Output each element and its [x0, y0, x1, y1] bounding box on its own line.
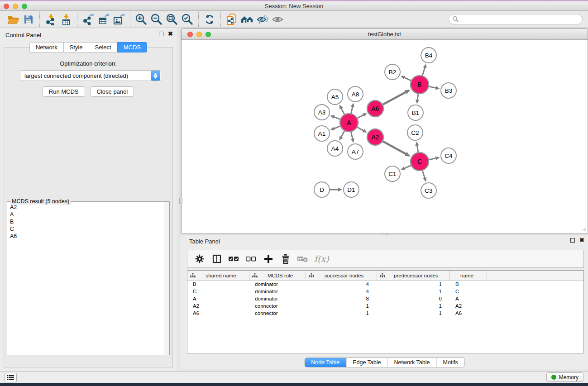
edge-C-C3[interactable]: [422, 171, 425, 178]
edge-B-B3[interactable]: [429, 86, 436, 88]
resize-grip-icon[interactable]: [581, 226, 587, 232]
show-all-icon[interactable]: [270, 13, 286, 26]
search-input[interactable]: [459, 16, 579, 23]
memory-button[interactable]: Memory: [546, 372, 583, 382]
delete-icon[interactable]: [277, 252, 294, 266]
column-header-shared-name[interactable]: shared name: [187, 271, 249, 280]
graph-node-B[interactable]: B: [411, 76, 429, 94]
export-table-icon[interactable]: [96, 13, 111, 26]
table-row[interactable]: Adominator80A: [187, 295, 583, 302]
add-icon[interactable]: [260, 252, 277, 266]
save-session-icon[interactable]: [21, 13, 36, 26]
edge-A6-B[interactable]: [383, 92, 406, 105]
table-row[interactable]: Bdominator41B: [187, 281, 583, 288]
graph-node-C4[interactable]: C4: [441, 148, 456, 163]
zoom-out-icon[interactable]: [149, 13, 164, 26]
edge-C-C2[interactable]: [417, 145, 418, 152]
table-settings-icon[interactable]: [191, 252, 208, 266]
criterion-dropdown[interactable]: largest connected component (directed): [20, 70, 161, 81]
import-table-icon[interactable]: [58, 13, 74, 26]
graph-node-B1[interactable]: B1: [408, 105, 423, 120]
edge-A-A1[interactable]: [334, 126, 340, 129]
close-panel-icon[interactable]: ✖: [168, 32, 173, 36]
table-row[interactable]: Cdominator41C: [187, 288, 583, 295]
function-builder-icon[interactable]: f(x): [314, 254, 329, 264]
network-graph[interactable]: ABCA6A2A1A3A4A5A7A8B1B2B3B4C1C2C3C4DD1: [182, 40, 588, 233]
network-from-selection-icon[interactable]: [224, 13, 239, 26]
column-header-MCDS-role[interactable]: MCDS role: [249, 271, 306, 280]
mcds-result-item[interactable]: A: [10, 211, 161, 218]
float-panel-icon[interactable]: [159, 32, 163, 36]
tab-style[interactable]: Style: [63, 42, 89, 52]
edge-A2-C[interactable]: [383, 141, 406, 154]
edge-A-A4[interactable]: [341, 131, 344, 137]
edge-A-A3[interactable]: [334, 117, 340, 119]
graph-node-A2[interactable]: A2: [367, 129, 383, 145]
edge-A-A6[interactable]: [358, 115, 364, 118]
graph-node-B2[interactable]: B2: [385, 64, 400, 80]
refresh-icon[interactable]: [202, 13, 217, 26]
edge-A-A8[interactable]: [351, 106, 353, 113]
network-canvas[interactable]: ABCA6A2A1A3A4A5A7A8B1B2B3B4C1C2C3C4DD1: [182, 40, 588, 233]
edge-C-C4[interactable]: [429, 158, 436, 160]
graph-node-D[interactable]: D: [314, 182, 330, 197]
mcds-result-item[interactable]: B: [10, 218, 161, 225]
run-mcds-button[interactable]: Run MCDS: [43, 86, 85, 97]
graph-node-A[interactable]: A: [340, 114, 358, 132]
edge-B-B2[interactable]: [404, 77, 411, 81]
zoom-selected-icon[interactable]: [180, 13, 195, 26]
unselect-all-icon[interactable]: [243, 252, 260, 266]
edge-B-B4[interactable]: [422, 67, 425, 76]
float-panel-icon[interactable]: [570, 238, 575, 243]
graph-node-C3[interactable]: C3: [421, 183, 436, 198]
search-field[interactable]: [449, 14, 583, 24]
tab-edge-table[interactable]: Edge Table: [346, 358, 387, 367]
graph-node-B4[interactable]: B4: [421, 48, 436, 63]
column-header-name[interactable]: name: [450, 271, 487, 280]
mcds-result-item[interactable]: A2: [10, 204, 161, 211]
mcds-result-item[interactable]: A6: [10, 233, 161, 240]
edge-A-A2[interactable]: [357, 127, 363, 131]
edge-C-C1[interactable]: [404, 166, 411, 169]
graph-node-A8[interactable]: A8: [348, 86, 363, 102]
select-all-icon[interactable]: [225, 252, 243, 266]
column-header-predecessor-nodes[interactable]: predecessor nodes: [377, 271, 450, 280]
zoom-in-icon[interactable]: [134, 13, 149, 26]
task-history-button[interactable]: [5, 373, 17, 382]
graph-node-A6[interactable]: A6: [367, 100, 383, 117]
open-session-icon[interactable]: [5, 13, 21, 26]
scrollbar[interactable]: [164, 202, 169, 355]
export-image-icon[interactable]: [111, 13, 127, 26]
mcds-result-item[interactable]: C: [10, 225, 161, 233]
graph-node-C[interactable]: C: [411, 152, 429, 171]
destroy-table-icon[interactable]: [294, 252, 311, 266]
graph-node-A1[interactable]: A1: [314, 126, 330, 141]
tab-network[interactable]: Network: [29, 42, 63, 52]
tab-network-table[interactable]: Network Table: [387, 358, 436, 367]
import-network-icon[interactable]: [43, 13, 58, 26]
edge-B-B1[interactable]: [417, 94, 418, 100]
show-columns-icon[interactable]: [208, 252, 225, 266]
graph-node-D1[interactable]: D1: [344, 182, 359, 197]
edge-A-A7[interactable]: [351, 132, 353, 139]
graph-node-C2[interactable]: C2: [407, 125, 423, 140]
graph-node-A4[interactable]: A4: [327, 141, 343, 156]
column-header-successor-nodes[interactable]: successor nodes: [306, 271, 377, 280]
graph-node-B3[interactable]: B3: [441, 83, 456, 98]
tab-motifs[interactable]: Motifs: [436, 358, 464, 367]
export-network-icon[interactable]: [81, 13, 96, 26]
table-row[interactable]: A6connector11A6: [187, 310, 583, 317]
network-window-titlebar[interactable]: testGlobe.txt: [182, 29, 588, 40]
graph-node-A5[interactable]: A5: [327, 89, 343, 105]
close-panel-icon[interactable]: ✖: [579, 238, 584, 243]
tab-select[interactable]: Select: [89, 42, 117, 52]
close-panel-button[interactable]: Close panel: [91, 86, 134, 97]
mcds-result-list[interactable]: A2ABCA6: [7, 202, 164, 355]
graph-node-A7[interactable]: A7: [348, 144, 363, 159]
hide-selected-icon[interactable]: [255, 13, 270, 26]
home-view-icon[interactable]: [239, 13, 255, 26]
edge-A-A5[interactable]: [341, 108, 344, 114]
zoom-fit-icon[interactable]: [164, 13, 180, 26]
graph-node-A3[interactable]: A3: [314, 105, 330, 120]
tab-node-table[interactable]: Node Table: [305, 358, 346, 367]
